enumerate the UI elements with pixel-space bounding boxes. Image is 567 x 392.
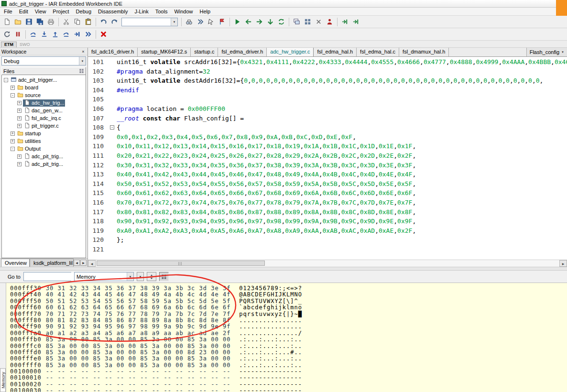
scrollbar-thumb[interactable]	[97, 261, 265, 266]
chevron-down-icon[interactable]: ▼	[171, 18, 177, 26]
find-combobox[interactable]: ▼	[121, 18, 178, 26]
editor-tab-adc-hw-trigger-c[interactable]: adc_hw_trigger.c	[267, 48, 314, 56]
editor-tab-fsl-edma-hal-h[interactable]: fsl_edma_hal.h	[314, 48, 357, 56]
find-icon[interactable]	[184, 17, 195, 27]
expand-icon[interactable]: +	[17, 116, 22, 120]
columns-icon[interactable]	[79, 68, 84, 74]
cut-icon[interactable]	[61, 17, 72, 27]
scrollbar-track[interactable]	[96, 260, 559, 267]
save-all-icon[interactable]	[34, 17, 45, 27]
code-area[interactable]: 101uint16_t volatile srcAddr16[32]={0x43…	[88, 57, 567, 260]
expand-icon[interactable]: +	[17, 162, 22, 166]
paste-icon[interactable]	[83, 17, 94, 27]
expand-icon[interactable]: +	[17, 154, 22, 159]
menu-edit[interactable]: Edit	[16, 8, 32, 15]
scroll-left-icon[interactable]: ◀	[88, 260, 96, 267]
memory-content[interactable]: 000fff3030 31 32 33 34 35 36 37 38 39 3a…	[6, 283, 567, 392]
mode-tab-swo[interactable]: SWO	[17, 42, 33, 47]
fold-collapse-icon[interactable]: -	[110, 125, 114, 130]
context-tab[interactable]: Flash_config ▼	[526, 48, 567, 56]
tab-scroll-right-icon[interactable]: ▶	[80, 260, 87, 266]
menu-file[interactable]: File	[0, 8, 16, 15]
tree-item-startup[interactable]: +startup	[2, 130, 86, 137]
workspace-tab-ksdk-platform-lil[interactable]: ksdk_platform_lil	[30, 259, 74, 267]
editor-tab-fsl-edma-driver-h[interactable]: fsl_edma_driver.h	[218, 48, 267, 56]
tile-windows-icon[interactable]	[302, 17, 313, 27]
menu-window[interactable]: Window	[171, 8, 196, 15]
memory-view-select[interactable]: Memory ▼	[74, 272, 134, 281]
make-icon[interactable]	[232, 17, 243, 27]
editor-tab-fsl-adc16-driver-h[interactable]: fsl_adc16_driver.h	[88, 48, 138, 56]
chevron-down-icon[interactable]: ▼	[127, 272, 133, 281]
save-icon[interactable]	[23, 17, 34, 27]
tree-item-source[interactable]: -source	[2, 91, 86, 99]
find-next-icon[interactable]	[195, 17, 206, 27]
break-icon[interactable]	[12, 29, 23, 39]
collapse-icon[interactable]: -	[11, 147, 15, 151]
refresh-icon[interactable]	[276, 17, 287, 27]
tree-item-adc-pit-trigger[interactable]: -adc_pit_trigger...	[2, 76, 86, 84]
new-document-icon[interactable]	[1, 17, 12, 27]
memory-columns-button[interactable]	[159, 272, 169, 281]
debug-without-downloading-icon[interactable]	[324, 17, 335, 27]
tree-item-dac-gen-w[interactable]: +dac_gen_w...	[2, 107, 86, 114]
mode-tab-etm[interactable]: ETM	[1, 42, 17, 47]
memory-window-tab[interactable]: Memory	[0, 368, 6, 392]
reset-icon[interactable]	[1, 29, 12, 39]
stop-debugging-icon[interactable]	[98, 29, 109, 39]
undo-icon[interactable]	[98, 17, 109, 27]
cascade-windows-icon[interactable]	[291, 17, 302, 27]
tree-item-adc-pit-trig[interactable]: +adc_pit_trig...	[2, 152, 86, 160]
detach-icon[interactable]	[350, 17, 361, 27]
go-icon[interactable]	[83, 29, 94, 39]
navigate-icon[interactable]	[206, 17, 217, 27]
expand-icon[interactable]: +	[11, 86, 15, 90]
close-window-icon[interactable]	[313, 17, 324, 27]
run-to-cursor-icon[interactable]	[72, 29, 83, 39]
menu-j-link[interactable]: J-Link	[131, 8, 152, 15]
expand-icon[interactable]: +	[17, 101, 22, 105]
print-icon[interactable]	[45, 17, 56, 27]
horizontal-splitter[interactable]	[0, 267, 567, 271]
go-back-icon[interactable]	[243, 17, 254, 27]
menu-help[interactable]: Help	[196, 8, 214, 15]
menu-debug[interactable]: Debug	[73, 8, 95, 15]
step-over-icon[interactable]	[28, 29, 39, 39]
collapse-icon[interactable]: -	[11, 93, 15, 98]
tree-item-adc-pit-trig[interactable]: +adc_pit_trig...	[2, 160, 86, 168]
memory-refresh-button[interactable]	[147, 272, 156, 281]
step-into-icon[interactable]	[39, 29, 50, 39]
tree-item-output[interactable]: -Output	[2, 145, 86, 152]
expand-icon[interactable]: +	[11, 139, 15, 143]
workspace-close-icon[interactable]: ×	[80, 49, 86, 54]
tree-item-utilities[interactable]: +utilities	[2, 137, 86, 145]
go-forward-icon[interactable]	[254, 17, 265, 27]
redo-icon[interactable]	[109, 17, 120, 27]
open-file-icon[interactable]	[12, 17, 23, 27]
copy-icon[interactable]	[72, 17, 83, 27]
editor-tab-startup-c[interactable]: startup.c	[191, 48, 218, 56]
memory-context-menu-button[interactable]: ▼	[137, 272, 144, 281]
step-out-icon[interactable]	[50, 29, 61, 39]
configuration-select[interactable]: Debug ▼	[1, 56, 86, 65]
next-statement-icon[interactable]	[61, 29, 72, 39]
workspace-tree[interactable]: -adc_pit_trigger...+board-source+adc_hw_…	[1, 75, 86, 258]
scroll-right-icon[interactable]: ▶	[559, 260, 567, 267]
editor-tab-startup-mk64f12-s[interactable]: startup_MK64F12.s	[138, 48, 191, 56]
tree-item-pit-trigger-c[interactable]: +pit_trigger.c	[2, 122, 86, 130]
editor-tab-fsl-dmamux-hal-h[interactable]: fsl_dmamux_hal.h	[399, 48, 449, 56]
menu-view[interactable]: View	[32, 8, 50, 15]
collapse-icon[interactable]: -	[4, 78, 8, 82]
menu-project[interactable]: Project	[49, 8, 72, 15]
menu-disassembly[interactable]: Disassembly	[95, 8, 131, 15]
attach-icon[interactable]	[339, 17, 350, 27]
expand-icon[interactable]: +	[11, 131, 15, 136]
expand-icon[interactable]: +	[17, 109, 22, 113]
workspace-tab-overview[interactable]: Overview	[1, 259, 30, 267]
tab-scroll-left-icon[interactable]: ◀	[74, 260, 80, 266]
bookmark-icon[interactable]	[217, 17, 228, 27]
expand-icon[interactable]: +	[17, 124, 22, 128]
tree-item-fsl-adc-irq-c[interactable]: +fsl_adc_irq.c	[2, 114, 86, 122]
menu-tools[interactable]: Tools	[152, 8, 171, 15]
download-debug-icon[interactable]	[265, 17, 276, 27]
